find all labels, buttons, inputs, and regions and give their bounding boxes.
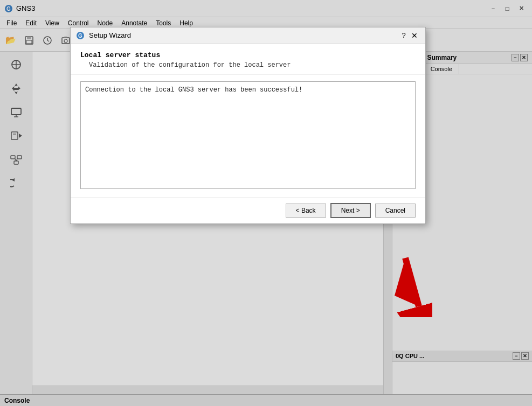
modal-help-btn[interactable]: ? [398,30,409,41]
modal-icon: G [76,31,85,40]
svg-text:G: G [78,33,82,39]
modal-overlay: G Setup Wizard ? ✕ Local server status V… [0,0,532,406]
modal-text-area[interactable] [80,81,416,189]
modal-header: Local server status Validation of the co… [71,44,425,75]
modal-header-title: Local server status [80,51,416,59]
modal-title: Setup Wizard [89,31,398,39]
modal-body [71,75,425,197]
cancel-button[interactable]: Cancel [375,204,416,218]
modal-header-subtitle: Validation of the configuration for the … [80,61,416,69]
modal-titlebar: G Setup Wizard ? ✕ [71,27,425,44]
setup-wizard-modal: G Setup Wizard ? ✕ Local server status V… [70,27,426,224]
next-button[interactable]: Next > [330,203,371,218]
modal-footer: < Back Next > Cancel [71,197,425,223]
modal-close-btn[interactable]: ✕ [409,30,420,41]
back-button[interactable]: < Back [286,204,326,218]
